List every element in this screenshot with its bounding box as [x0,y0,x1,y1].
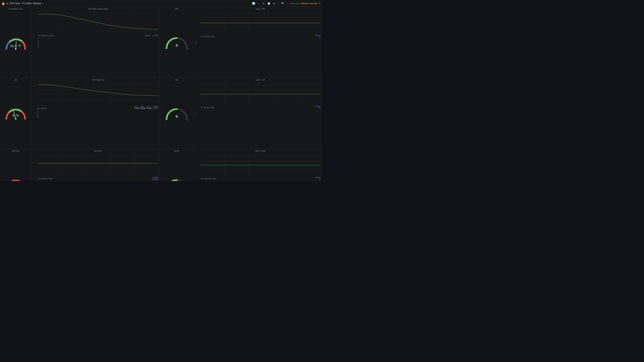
chart-tank-water-temp-footer: temp.last_value current 81.500 [38,34,158,36]
gauge-tank-water-temp: Tank Water Temp 5 8 76 81.5 °F [0,7,31,78]
chart-lux-title: Light - LUX [200,79,320,81]
chart-tank-water-temp-legend: temp.last_value [42,35,54,36]
chart-icon-btn[interactable]: 📊 [252,2,256,5]
app-logo-icon: 🔥 [1,2,5,5]
gauge-tank-water-temp-title: Tank Water Temp [0,8,31,10]
svg-text:8: 8 [25,48,26,50]
prev-btn[interactable]: ‹ [277,2,280,5]
chart-lux-yaxis: LUX [196,112,197,115]
svg-text:6.70: 6.70 [12,114,19,118]
gauge-ph-title: pH [0,79,31,81]
chart-ph: Tank Water pH Tank Water pH 6.80 6.75 6.… [32,78,160,149]
svg-text:80: 80 [187,48,188,50]
chart-ammonia: Ammonia Ammonia nh3 0.020 0.015 0.010 04… [32,149,160,181]
gauge-par: PAR 0 0 80 [160,7,194,78]
chart-ph-yaxis: Tank Water pH [37,108,38,118]
chart-tank-water-temp-title: Tank Water Temperature [38,8,158,10]
refresh-icon[interactable]: ↻ [318,2,321,5]
gauge-ph: pH 5 8 5.8 7.5 6.70 [0,78,31,149]
gauge-par-svg: 0 0 80 [163,34,190,51]
svg-point-55 [15,118,16,120]
navbar-right: 📊 ☆ ⬆ 📋 ⚙ ‹ 🔍 › Last 6 hours Refresh eve… [252,2,321,5]
chart-lux-legend: lux.last_value [204,106,214,108]
gauge-ammonia: Ammonia 0 0.5 0.3 0.015 [0,149,31,181]
svg-text:7.5: 7.5 [19,108,21,109]
chart-par-current-label: current [315,34,320,36]
svg-text:0: 0 [176,43,178,48]
chart-par-legend: par.last_value [204,36,214,38]
page-title: Fish Tank - 75 Gallon Planted [10,2,41,5]
chart-ammonia-title: Ammonia [38,150,158,152]
clipboard-btn[interactable]: 📋 [267,2,271,5]
svg-text:0.3: 0.3 [13,179,15,180]
chart-lux: Light - LUX LUX 1.0 0.5 0 -0.5 -1.0 04:0… [194,78,322,149]
gauge-lux: LUX 0 0 80 [160,78,194,149]
title-dropdown-icon[interactable]: ▾ [42,2,43,4]
svg-text:0: 0 [165,119,166,121]
chart-ammonia-legend: nh3.last_value [42,178,52,180]
chart-ph-current: 6.7000 [153,108,158,109]
gauge-tank-water-temp-svg: 5 8 76 81.5 °F [3,35,28,52]
svg-point-1 [15,48,16,50]
svg-text:8: 8 [25,119,26,120]
gauge-lux-title: LUX [160,79,194,81]
chart-kelvin-legend: kelvin.last_value [204,178,216,180]
gauge-kelvin-title: Kelvin [160,150,194,152]
svg-text:76: 76 [13,38,14,40]
chart-kelvin-title: Light - Kelvin [200,150,320,152]
chart-tank-water-temp-yaxis: Temperature in F [38,36,39,48]
grid-icon[interactable]: ⊞ [6,2,8,5]
chart-par: Light - PAR PAR 1.0 0.5 0 -0.5 -1.0 04:0… [194,7,322,78]
chart-ammonia-yaxis: Ammonia nh3 [36,180,38,181]
chart-ph-title: Tank Water pH [38,79,158,81]
svg-text:5: 5 [4,48,5,50]
navbar-left: 🔥 ⊞ Fish Tank - 75 Gallon Planted ▾ [1,2,250,5]
chart-par-yaxis: PAR [196,41,197,44]
chart-tank-water-temp: Tank Water Temperature Temperature in F … [32,7,160,78]
settings-btn[interactable]: ⚙ [272,2,276,5]
time-range-label[interactable]: Last 6 hours [290,2,300,4]
gauge-par-title: PAR [160,8,194,10]
gauge-kelvin: Kelvin 0 0 6000 [160,149,194,181]
star-btn[interactable]: ☆ [257,2,260,5]
navbar: 🔥 ⊞ Fish Tank - 75 Gallon Planted ▾ 📊 ☆ … [0,0,322,7]
chart-ph-legend: ph.last [42,108,46,109]
chart-ph-max: 6.7800 [140,108,146,109]
gauge-ammonia-title: Ammonia [0,150,31,152]
search-btn[interactable]: 🔍 [281,2,285,5]
chart-ph-avg: 6.7362 [146,108,152,109]
svg-text:5: 5 [4,119,5,120]
share-btn[interactable]: ⬆ [262,2,265,5]
chart-tank-water-temp-current-label: current [145,35,150,36]
chart-tank-water-temp-svg: 83.0 82.5 82.0 81.5 81.0 04:00 05:00 06:… [38,10,158,34]
chart-par-title: Light - PAR [200,8,320,10]
svg-text:80: 80 [187,119,188,121]
svg-text:5.8: 5.8 [10,108,12,109]
refresh-label[interactable]: Refresh every 10s [301,2,317,4]
chart-kelvin: Light - Kelvin Kelvin 1.0 0.5 0 -0.5 -1.… [194,149,322,181]
chart-ph-min: 6.7000 [134,108,139,109]
svg-text:0: 0 [176,114,178,118]
svg-text:81.5 °F: 81.5 °F [10,44,21,48]
svg-text:0: 0 [165,48,166,50]
next-btn[interactable]: › [286,2,288,5]
chart-par-current-value: 0 [315,36,320,38]
dashboard-grid: Tank Water Temp 5 8 76 81.5 °F [0,7,322,181]
chart-tank-water-temp-current-value: 81.500 [153,35,158,36]
